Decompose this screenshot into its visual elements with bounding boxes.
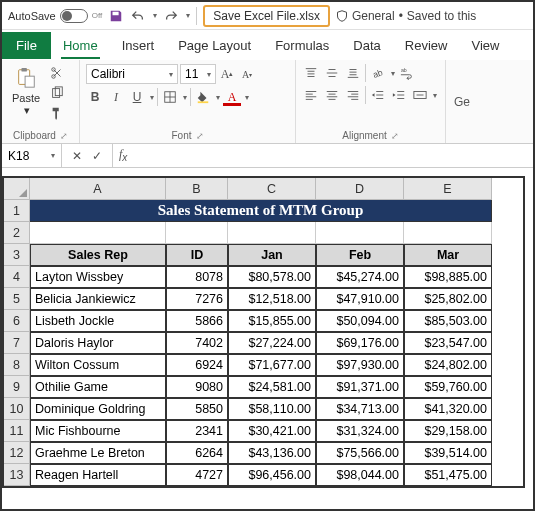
col-header-C[interactable]: C — [228, 178, 316, 200]
cell-jan[interactable]: $24,581.00 — [228, 376, 316, 398]
row-header-3[interactable]: 3 — [4, 244, 30, 266]
row-header-11[interactable]: 11 — [4, 420, 30, 442]
align-center-icon[interactable] — [323, 86, 341, 104]
cell-blank[interactable] — [166, 222, 228, 244]
font-color-icon[interactable]: A — [223, 88, 241, 106]
cell-rep[interactable]: Dominique Goldring — [30, 398, 166, 420]
alignment-dialog-icon[interactable]: ⤢ — [391, 131, 399, 141]
cell-feb[interactable]: $34,713.00 — [316, 398, 404, 420]
italic-button[interactable]: I — [107, 88, 125, 106]
cell-feb[interactable]: $50,094.00 — [316, 310, 404, 332]
row-header-1[interactable]: 1 — [4, 200, 30, 222]
cut-icon[interactable] — [48, 64, 66, 82]
cell-blank[interactable] — [404, 222, 492, 244]
format-painter-icon[interactable] — [48, 104, 66, 122]
align-left-icon[interactable] — [302, 86, 320, 104]
align-right-icon[interactable] — [344, 86, 362, 104]
row-header-9[interactable]: 9 — [4, 376, 30, 398]
row-header-2[interactable]: 2 — [4, 222, 30, 244]
cell-jan[interactable]: $30,421.00 — [228, 420, 316, 442]
undo-icon[interactable] — [130, 8, 146, 24]
cell-blank[interactable] — [30, 222, 166, 244]
save-icon[interactable] — [108, 8, 124, 24]
row-header-12[interactable]: 12 — [4, 442, 30, 464]
cell-id[interactable]: 9080 — [166, 376, 228, 398]
row-header-13[interactable]: 13 — [4, 464, 30, 486]
cell-feb[interactable]: $91,371.00 — [316, 376, 404, 398]
cell-rep[interactable]: Wilton Cossum — [30, 354, 166, 376]
cell-id[interactable]: 8078 — [166, 266, 228, 288]
spreadsheet-grid[interactable]: ABCDE1Sales Statement of MTM Group23Sale… — [2, 176, 525, 488]
clipboard-dialog-icon[interactable]: ⤢ — [60, 131, 68, 141]
cell-blank[interactable] — [316, 222, 404, 244]
cell-rep[interactable]: Belicia Jankiewicz — [30, 288, 166, 310]
cell-feb[interactable]: $47,910.00 — [316, 288, 404, 310]
decrease-indent-icon[interactable] — [369, 86, 387, 104]
row-header-7[interactable]: 7 — [4, 332, 30, 354]
merge-dropdown-icon[interactable]: ▾ — [433, 91, 437, 100]
cell-rep[interactable]: Daloris Haylor — [30, 332, 166, 354]
cell-id[interactable]: 5866 — [166, 310, 228, 332]
cancel-formula-icon[interactable]: ✕ — [68, 147, 86, 165]
cell-rep[interactable]: Othilie Game — [30, 376, 166, 398]
cell-rep[interactable]: Layton Wissbey — [30, 266, 166, 288]
tab-review[interactable]: Review — [393, 32, 460, 59]
row-header-6[interactable]: 6 — [4, 310, 30, 332]
cell-id[interactable]: 6264 — [166, 442, 228, 464]
tab-formulas[interactable]: Formulas — [263, 32, 341, 59]
cell-id[interactable]: 7276 — [166, 288, 228, 310]
table-header[interactable]: Feb — [316, 244, 404, 266]
cell-feb[interactable]: $31,324.00 — [316, 420, 404, 442]
cell-jan[interactable]: $27,224.00 — [228, 332, 316, 354]
orientation-icon[interactable]: ab — [369, 64, 387, 82]
row-header-8[interactable]: 8 — [4, 354, 30, 376]
borders-icon[interactable] — [161, 88, 179, 106]
borders-dropdown-icon[interactable]: ▾ — [183, 93, 187, 102]
cell-feb[interactable]: $75,566.00 — [316, 442, 404, 464]
underline-button[interactable]: U — [128, 88, 146, 106]
cell-feb[interactable]: $97,930.00 — [316, 354, 404, 376]
align-top-icon[interactable] — [302, 64, 320, 82]
cell-blank[interactable] — [228, 222, 316, 244]
fill-color-dropdown-icon[interactable]: ▾ — [216, 93, 220, 102]
redo-icon[interactable] — [163, 8, 179, 24]
qat-more-icon[interactable]: ▾ — [186, 11, 190, 20]
enter-formula-icon[interactable]: ✓ — [88, 147, 106, 165]
select-all-corner[interactable] — [4, 178, 30, 200]
filename-box[interactable]: Save Excel File.xlsx — [203, 5, 330, 27]
cell-feb[interactable]: $98,044.00 — [316, 464, 404, 486]
cell-id[interactable]: 7402 — [166, 332, 228, 354]
row-header-10[interactable]: 10 — [4, 398, 30, 420]
cell-id[interactable]: 6924 — [166, 354, 228, 376]
undo-dropdown-icon[interactable]: ▾ — [153, 11, 157, 20]
orientation-dropdown-icon[interactable]: ▾ — [391, 69, 395, 78]
align-bottom-icon[interactable] — [344, 64, 362, 82]
col-header-E[interactable]: E — [404, 178, 492, 200]
formula-input[interactable] — [133, 144, 533, 167]
row-header-5[interactable]: 5 — [4, 288, 30, 310]
row-header-4[interactable]: 4 — [4, 266, 30, 288]
cell-mar[interactable]: $51,475.00 — [404, 464, 492, 486]
cell-mar[interactable]: $25,802.00 — [404, 288, 492, 310]
cell-mar[interactable]: $39,514.00 — [404, 442, 492, 464]
increase-indent-icon[interactable] — [390, 86, 408, 104]
sensitivity-label[interactable]: General • Saved to this — [336, 9, 476, 23]
decrease-font-icon[interactable]: A▾ — [238, 65, 256, 83]
table-header[interactable]: Sales Rep — [30, 244, 166, 266]
fx-icon[interactable]: fx — [113, 147, 133, 163]
underline-dropdown-icon[interactable]: ▾ — [150, 93, 154, 102]
col-header-A[interactable]: A — [30, 178, 166, 200]
cell-rep[interactable]: Lisbeth Jockle — [30, 310, 166, 332]
paste-button[interactable]: Paste ▾ — [8, 64, 44, 117]
tab-insert[interactable]: Insert — [110, 32, 167, 59]
font-size-select[interactable]: 11▾ — [180, 64, 216, 84]
autosave-toggle[interactable] — [60, 9, 88, 23]
tab-home[interactable]: Home — [51, 32, 110, 59]
cell-jan[interactable]: $71,677.00 — [228, 354, 316, 376]
cell-rep[interactable]: Graehme Le Breton — [30, 442, 166, 464]
name-box[interactable]: K18 ▾ — [2, 144, 62, 167]
cell-mar[interactable]: $85,503.00 — [404, 310, 492, 332]
autosave-control[interactable]: AutoSave Off — [8, 9, 102, 23]
cell-jan[interactable]: $43,136.00 — [228, 442, 316, 464]
font-name-select[interactable]: Calibri▾ — [86, 64, 178, 84]
